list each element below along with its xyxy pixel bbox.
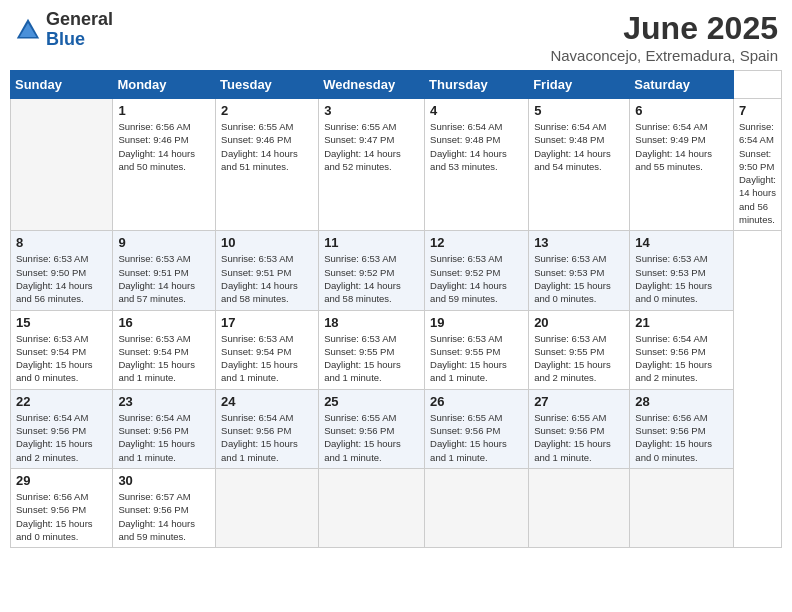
day-info: Sunrise: 6:56 AMSunset: 9:46 PMDaylight:… bbox=[118, 120, 210, 173]
title-area: June 2025 Navaconcejo, Extremadura, Spai… bbox=[550, 10, 778, 64]
day-number: 6 bbox=[635, 103, 728, 118]
calendar-cell: 16Sunrise: 6:53 AMSunset: 9:54 PMDayligh… bbox=[113, 310, 216, 389]
calendar-cell: 23Sunrise: 6:54 AMSunset: 9:56 PMDayligh… bbox=[113, 389, 216, 468]
calendar-cell: 6Sunrise: 6:54 AMSunset: 9:49 PMDaylight… bbox=[630, 99, 734, 231]
day-number: 16 bbox=[118, 315, 210, 330]
day-info: Sunrise: 6:54 AMSunset: 9:48 PMDaylight:… bbox=[430, 120, 523, 173]
logo-blue-text: Blue bbox=[46, 30, 113, 50]
logo-icon bbox=[14, 16, 42, 44]
calendar-cell: 29Sunrise: 6:56 AMSunset: 9:56 PMDayligh… bbox=[11, 468, 113, 547]
calendar-cell bbox=[11, 99, 113, 231]
day-header-tuesday: Tuesday bbox=[216, 71, 319, 99]
day-header-sunday: Sunday bbox=[11, 71, 113, 99]
logo-general-text: General bbox=[46, 10, 113, 30]
page-header: General Blue June 2025 Navaconcejo, Extr… bbox=[10, 10, 782, 64]
day-info: Sunrise: 6:53 AMSunset: 9:55 PMDaylight:… bbox=[324, 332, 419, 385]
day-info: Sunrise: 6:53 AMSunset: 9:54 PMDaylight:… bbox=[118, 332, 210, 385]
day-info: Sunrise: 6:53 AMSunset: 9:52 PMDaylight:… bbox=[430, 252, 523, 305]
calendar-cell: 2Sunrise: 6:55 AMSunset: 9:46 PMDaylight… bbox=[216, 99, 319, 231]
calendar-cell: 18Sunrise: 6:53 AMSunset: 9:55 PMDayligh… bbox=[319, 310, 425, 389]
day-number: 2 bbox=[221, 103, 313, 118]
day-number: 12 bbox=[430, 235, 523, 250]
day-header-friday: Friday bbox=[529, 71, 630, 99]
day-info: Sunrise: 6:55 AMSunset: 9:56 PMDaylight:… bbox=[534, 411, 624, 464]
calendar-cell: 30Sunrise: 6:57 AMSunset: 9:56 PMDayligh… bbox=[113, 468, 216, 547]
day-number: 19 bbox=[430, 315, 523, 330]
day-number: 25 bbox=[324, 394, 419, 409]
day-info: Sunrise: 6:55 AMSunset: 9:47 PMDaylight:… bbox=[324, 120, 419, 173]
calendar-cell bbox=[216, 468, 319, 547]
month-title: June 2025 bbox=[550, 10, 778, 47]
calendar-header-row: SundayMondayTuesdayWednesdayThursdayFrid… bbox=[11, 71, 782, 99]
calendar-cell bbox=[319, 468, 425, 547]
calendar-cell: 9Sunrise: 6:53 AMSunset: 9:51 PMDaylight… bbox=[113, 231, 216, 310]
day-info: Sunrise: 6:56 AMSunset: 9:56 PMDaylight:… bbox=[16, 490, 107, 543]
calendar-cell bbox=[529, 468, 630, 547]
calendar-week-5: 29Sunrise: 6:56 AMSunset: 9:56 PMDayligh… bbox=[11, 468, 782, 547]
day-info: Sunrise: 6:54 AMSunset: 9:56 PMDaylight:… bbox=[118, 411, 210, 464]
calendar-cell: 25Sunrise: 6:55 AMSunset: 9:56 PMDayligh… bbox=[319, 389, 425, 468]
calendar-cell: 27Sunrise: 6:55 AMSunset: 9:56 PMDayligh… bbox=[529, 389, 630, 468]
day-number: 20 bbox=[534, 315, 624, 330]
calendar-cell: 19Sunrise: 6:53 AMSunset: 9:55 PMDayligh… bbox=[425, 310, 529, 389]
day-info: Sunrise: 6:53 AMSunset: 9:54 PMDaylight:… bbox=[16, 332, 107, 385]
day-number: 26 bbox=[430, 394, 523, 409]
day-number: 30 bbox=[118, 473, 210, 488]
day-number: 10 bbox=[221, 235, 313, 250]
day-info: Sunrise: 6:55 AMSunset: 9:56 PMDaylight:… bbox=[324, 411, 419, 464]
day-number: 15 bbox=[16, 315, 107, 330]
calendar-week-1: 1Sunrise: 6:56 AMSunset: 9:46 PMDaylight… bbox=[11, 99, 782, 231]
calendar-week-2: 8Sunrise: 6:53 AMSunset: 9:50 PMDaylight… bbox=[11, 231, 782, 310]
day-info: Sunrise: 6:55 AMSunset: 9:46 PMDaylight:… bbox=[221, 120, 313, 173]
day-info: Sunrise: 6:53 AMSunset: 9:51 PMDaylight:… bbox=[221, 252, 313, 305]
day-number: 23 bbox=[118, 394, 210, 409]
calendar-week-4: 22Sunrise: 6:54 AMSunset: 9:56 PMDayligh… bbox=[11, 389, 782, 468]
calendar-cell: 14Sunrise: 6:53 AMSunset: 9:53 PMDayligh… bbox=[630, 231, 734, 310]
day-number: 17 bbox=[221, 315, 313, 330]
calendar-cell: 17Sunrise: 6:53 AMSunset: 9:54 PMDayligh… bbox=[216, 310, 319, 389]
day-number: 13 bbox=[534, 235, 624, 250]
calendar-cell: 20Sunrise: 6:53 AMSunset: 9:55 PMDayligh… bbox=[529, 310, 630, 389]
calendar-cell: 1Sunrise: 6:56 AMSunset: 9:46 PMDaylight… bbox=[113, 99, 216, 231]
day-info: Sunrise: 6:55 AMSunset: 9:56 PMDaylight:… bbox=[430, 411, 523, 464]
calendar-cell: 28Sunrise: 6:56 AMSunset: 9:56 PMDayligh… bbox=[630, 389, 734, 468]
day-info: Sunrise: 6:54 AMSunset: 9:48 PMDaylight:… bbox=[534, 120, 624, 173]
calendar-cell: 22Sunrise: 6:54 AMSunset: 9:56 PMDayligh… bbox=[11, 389, 113, 468]
day-info: Sunrise: 6:56 AMSunset: 9:56 PMDaylight:… bbox=[635, 411, 728, 464]
day-info: Sunrise: 6:54 AMSunset: 9:49 PMDaylight:… bbox=[635, 120, 728, 173]
day-number: 29 bbox=[16, 473, 107, 488]
day-number: 22 bbox=[16, 394, 107, 409]
day-info: Sunrise: 6:53 AMSunset: 9:50 PMDaylight:… bbox=[16, 252, 107, 305]
day-header-monday: Monday bbox=[113, 71, 216, 99]
day-number: 4 bbox=[430, 103, 523, 118]
calendar-cell bbox=[425, 468, 529, 547]
day-number: 11 bbox=[324, 235, 419, 250]
calendar-cell: 11Sunrise: 6:53 AMSunset: 9:52 PMDayligh… bbox=[319, 231, 425, 310]
day-number: 3 bbox=[324, 103, 419, 118]
calendar-cell: 21Sunrise: 6:54 AMSunset: 9:56 PMDayligh… bbox=[630, 310, 734, 389]
calendar-week-3: 15Sunrise: 6:53 AMSunset: 9:54 PMDayligh… bbox=[11, 310, 782, 389]
calendar-cell: 24Sunrise: 6:54 AMSunset: 9:56 PMDayligh… bbox=[216, 389, 319, 468]
day-number: 14 bbox=[635, 235, 728, 250]
calendar-cell: 5Sunrise: 6:54 AMSunset: 9:48 PMDaylight… bbox=[529, 99, 630, 231]
day-number: 28 bbox=[635, 394, 728, 409]
calendar-cell bbox=[630, 468, 734, 547]
day-info: Sunrise: 6:53 AMSunset: 9:51 PMDaylight:… bbox=[118, 252, 210, 305]
day-info: Sunrise: 6:53 AMSunset: 9:54 PMDaylight:… bbox=[221, 332, 313, 385]
day-header-thursday: Thursday bbox=[425, 71, 529, 99]
logo-text: General Blue bbox=[46, 10, 113, 50]
calendar-cell: 8Sunrise: 6:53 AMSunset: 9:50 PMDaylight… bbox=[11, 231, 113, 310]
calendar-cell: 7Sunrise: 6:54 AMSunset: 9:50 PMDaylight… bbox=[733, 99, 781, 231]
location-subtitle: Navaconcejo, Extremadura, Spain bbox=[550, 47, 778, 64]
day-number: 5 bbox=[534, 103, 624, 118]
logo: General Blue bbox=[14, 10, 113, 50]
day-number: 9 bbox=[118, 235, 210, 250]
day-header-wednesday: Wednesday bbox=[319, 71, 425, 99]
day-header-saturday: Saturday bbox=[630, 71, 734, 99]
day-info: Sunrise: 6:54 AMSunset: 9:56 PMDaylight:… bbox=[221, 411, 313, 464]
day-number: 24 bbox=[221, 394, 313, 409]
calendar-cell: 15Sunrise: 6:53 AMSunset: 9:54 PMDayligh… bbox=[11, 310, 113, 389]
day-number: 8 bbox=[16, 235, 107, 250]
calendar-cell: 10Sunrise: 6:53 AMSunset: 9:51 PMDayligh… bbox=[216, 231, 319, 310]
calendar-cell: 4Sunrise: 6:54 AMSunset: 9:48 PMDaylight… bbox=[425, 99, 529, 231]
